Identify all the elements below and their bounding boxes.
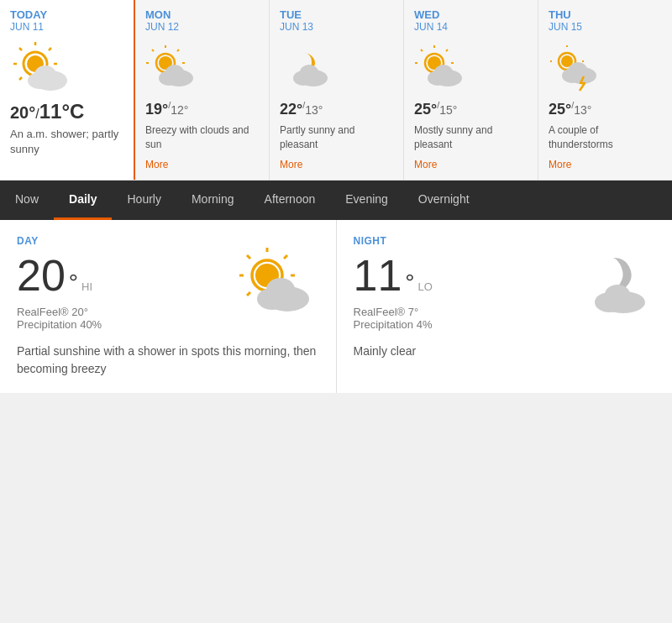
- day-hi-label: HI: [81, 280, 92, 293]
- day-description: Partial sunshine with a shower in spots …: [17, 343, 319, 378]
- wed-date: JUN 14: [414, 21, 528, 33]
- thu-temp: 25°/13°: [549, 100, 662, 118]
- thu-label: THU: [549, 8, 662, 21]
- svg-line-18: [177, 50, 179, 51]
- mon-more-link[interactable]: More: [145, 159, 168, 170]
- svg-line-30: [421, 50, 423, 51]
- svg-point-56: [266, 278, 295, 301]
- tue-icon: [280, 38, 393, 97]
- wed-more-link[interactable]: More: [414, 159, 437, 170]
- tab-overnight[interactable]: Overnight: [403, 181, 485, 220]
- today-date: JUN 11: [10, 21, 123, 33]
- night-realfeel: RealFeel® 7°: [354, 306, 433, 318]
- thu-more-link[interactable]: More: [549, 159, 571, 170]
- tabs-bar: Now Daily Hourly Morning Afternoon Eveni…: [0, 181, 672, 220]
- svg-line-52: [247, 292, 250, 296]
- svg-line-31: [446, 50, 448, 51]
- thu-date: JUN 15: [549, 21, 662, 33]
- night-lo-label: LO: [418, 280, 433, 293]
- day-panel: DAY 20 ° HI RealFeel® 20° Precipitation …: [0, 220, 337, 393]
- day-big-temp: 20: [17, 254, 66, 297]
- svg-point-43: [569, 62, 587, 77]
- forecast-row: TODAY JUN 11 20°/11: [0, 0, 672, 181]
- wed-condition: Mostly sunny and pleasant: [414, 123, 528, 152]
- svg-point-22: [165, 65, 184, 80]
- detail-row: DAY 20 ° HI RealFeel® 20° Precipitation …: [0, 220, 672, 393]
- mon-icon: [145, 38, 259, 97]
- svg-line-5: [19, 48, 22, 50]
- night-panel: NIGHT 11 ° LO RealFeel® 7° Precipitation…: [337, 220, 673, 393]
- night-precipitation: Precipitation 4%: [354, 318, 433, 331]
- today-temp: 20°/11°C: [10, 100, 123, 123]
- night-description: Mainly clear: [354, 343, 656, 360]
- tue-label: TUE: [280, 8, 393, 21]
- tab-daily[interactable]: Daily: [54, 181, 112, 220]
- tue-more-link[interactable]: More: [280, 159, 302, 170]
- svg-line-49: [247, 255, 250, 259]
- forecast-thu: THU JUN 15 25°/13° A couple of thunderst…: [538, 0, 672, 180]
- tab-hourly[interactable]: Hourly: [112, 181, 176, 220]
- mon-date: JUN 12: [145, 21, 259, 33]
- today-label: TODAY: [10, 8, 123, 21]
- night-icon: [571, 245, 655, 320]
- mon-label: MON: [145, 8, 259, 21]
- svg-line-17: [152, 50, 154, 51]
- tue-date: JUN 13: [280, 21, 393, 33]
- forecast-today: TODAY JUN 11 20°/11: [0, 0, 135, 180]
- forecast-mon: MON JUN 12 19°/12° Breezy with clouds an…: [135, 0, 270, 180]
- today-condition: An a.m. shower; partly sunny: [10, 127, 123, 157]
- day-realfeel: RealFeel® 20°: [17, 306, 102, 318]
- day-precipitation: Precipitation 40%: [17, 318, 102, 331]
- mon-temp: 19°/12°: [145, 100, 259, 118]
- tab-now[interactable]: Now: [0, 181, 54, 220]
- svg-line-51: [284, 255, 287, 259]
- day-icon: [235, 245, 319, 320]
- today-icon: [10, 38, 123, 97]
- forecast-wed: WED JUN 14 25°/15° Mostly sunny and plea…: [404, 0, 538, 180]
- wed-label: WED: [414, 8, 528, 21]
- tab-evening[interactable]: Evening: [330, 181, 403, 220]
- thu-condition: A couple of thunderstorms: [549, 123, 662, 152]
- tue-temp: 22°/13°: [280, 100, 393, 118]
- night-big-temp: 11: [354, 254, 402, 297]
- svg-point-35: [434, 65, 453, 80]
- wed-temp: 25°/15°: [414, 100, 528, 118]
- forecast-tue: TUE JUN 13 22°/13° Partly sunny and plea…: [270, 0, 404, 180]
- svg-point-12: [34, 65, 56, 84]
- svg-line-8: [19, 77, 22, 80]
- wed-icon: [414, 38, 528, 97]
- svg-point-59: [605, 285, 630, 305]
- tue-condition: Partly sunny and pleasant: [280, 123, 393, 152]
- tab-afternoon[interactable]: Afternoon: [249, 181, 331, 220]
- tab-morning[interactable]: Morning: [176, 181, 249, 220]
- thu-icon: [549, 38, 662, 97]
- svg-line-7: [49, 48, 51, 50]
- svg-point-25: [300, 65, 318, 80]
- mon-condition: Breezy with clouds and sun: [145, 123, 259, 152]
